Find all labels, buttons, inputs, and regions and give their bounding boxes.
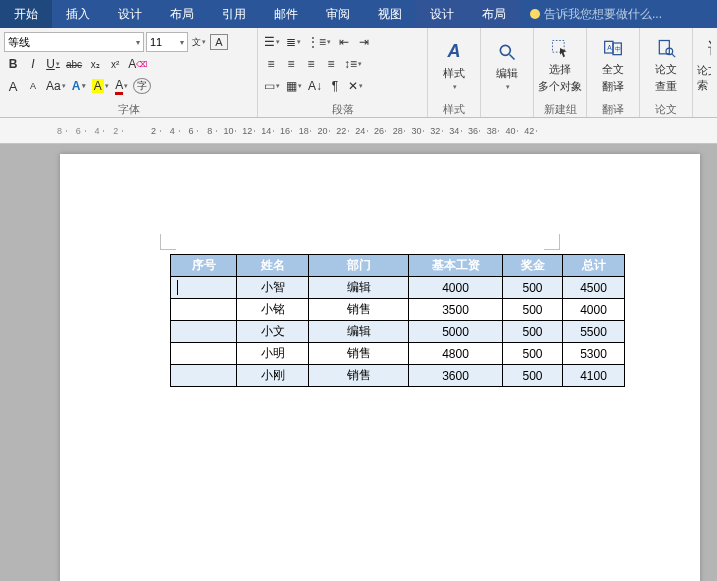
table-cell[interactable]: 4000 bbox=[563, 299, 625, 321]
enclose-char-button[interactable]: 字 bbox=[133, 78, 151, 94]
table-row[interactable]: 小刚销售36005004100 bbox=[171, 365, 625, 387]
increase-indent-button[interactable]: ⇥ bbox=[355, 32, 373, 52]
table-cell[interactable] bbox=[171, 277, 237, 299]
table-header-cell[interactable]: 基本工资 bbox=[409, 255, 503, 277]
tab-references[interactable]: 引用 bbox=[208, 0, 260, 28]
bullets-button[interactable]: ☰▾ bbox=[262, 32, 282, 52]
ruler-tick: 14 bbox=[257, 126, 276, 136]
multilevel-button[interactable]: ⋮≡▾ bbox=[305, 32, 333, 52]
table-cell[interactable]: 编辑 bbox=[309, 277, 409, 299]
align-center-button[interactable]: ≡ bbox=[282, 54, 300, 74]
table-row[interactable]: 小智编辑40005004500 bbox=[171, 277, 625, 299]
tab-context-layout[interactable]: 布局 bbox=[468, 0, 520, 28]
table-cell[interactable]: 4800 bbox=[409, 343, 503, 365]
table-header-cell[interactable]: 姓名 bbox=[237, 255, 309, 277]
tab-design[interactable]: 设计 bbox=[104, 0, 156, 28]
decrease-indent-button[interactable]: ⇤ bbox=[335, 32, 353, 52]
styles-button[interactable]: A 样式 ▾ bbox=[432, 30, 476, 100]
table-cell[interactable]: 4000 bbox=[409, 277, 503, 299]
tab-start[interactable]: 开始 bbox=[0, 0, 52, 28]
table-row[interactable]: 小铭销售35005004000 bbox=[171, 299, 625, 321]
table-cell[interactable] bbox=[171, 343, 237, 365]
tab-insert[interactable]: 插入 bbox=[52, 0, 104, 28]
borders-button[interactable]: ▦▾ bbox=[284, 76, 304, 96]
salary-table[interactable]: 序号姓名部门基本工资奖金总计 小智编辑40005004500小铭销售350050… bbox=[170, 254, 625, 387]
table-cell[interactable]: 销售 bbox=[309, 365, 409, 387]
table-cell[interactable]: 5000 bbox=[409, 321, 503, 343]
italic-button[interactable]: I bbox=[24, 54, 42, 74]
select-multi-button[interactable]: 选择 多个对象 bbox=[538, 30, 582, 100]
ruler-tick: 4 bbox=[88, 126, 107, 136]
line-spacing-button[interactable]: ↕≡▾ bbox=[342, 54, 364, 74]
align-right-button[interactable]: ≡ bbox=[302, 54, 320, 74]
tab-review[interactable]: 审阅 bbox=[312, 0, 364, 28]
underline-button[interactable]: U▾ bbox=[44, 54, 62, 74]
bold-button[interactable]: B bbox=[4, 54, 22, 74]
table-cell[interactable] bbox=[171, 299, 237, 321]
table-cell[interactable]: 5500 bbox=[563, 321, 625, 343]
char-border-button[interactable]: A bbox=[210, 34, 228, 50]
table-header-cell[interactable]: 部门 bbox=[309, 255, 409, 277]
shading-button[interactable]: ▭▾ bbox=[262, 76, 282, 96]
page[interactable]: 序号姓名部门基本工资奖金总计 小智编辑40005004500小铭销售350050… bbox=[60, 154, 700, 581]
full-translate-group-label: 翻译 bbox=[591, 101, 635, 117]
table-cell[interactable]: 销售 bbox=[309, 299, 409, 321]
table-cell[interactable]: 小铭 bbox=[237, 299, 309, 321]
tab-context-design[interactable]: 设计 bbox=[416, 0, 468, 28]
table-row[interactable]: 小文编辑50005005500 bbox=[171, 321, 625, 343]
table-cell[interactable]: 4500 bbox=[563, 277, 625, 299]
strikethrough-button[interactable]: abc bbox=[64, 54, 84, 74]
sort-button[interactable]: A↓ bbox=[306, 76, 324, 96]
font-size-combo[interactable]: 11▾ bbox=[146, 32, 188, 52]
table-cell[interactable]: 小文 bbox=[237, 321, 309, 343]
clear-formatting-button[interactable]: A⌫ bbox=[126, 54, 149, 74]
table-header-cell[interactable]: 总计 bbox=[563, 255, 625, 277]
justify-button[interactable]: ≡ bbox=[322, 54, 340, 74]
align-left-button[interactable]: ≡ bbox=[262, 54, 280, 74]
highlight-button[interactable]: A▾ bbox=[90, 76, 111, 96]
table-cell[interactable] bbox=[171, 365, 237, 387]
shrink-font-button[interactable]: A bbox=[24, 76, 42, 96]
tell-me-box[interactable]: 告诉我您想要做什么... bbox=[520, 6, 717, 23]
table-cell[interactable]: 3500 bbox=[409, 299, 503, 321]
ruler-tick: 20 bbox=[313, 126, 332, 136]
show-marks-button[interactable]: ¶ bbox=[326, 76, 344, 96]
text-effects-button[interactable]: A▾ bbox=[70, 76, 88, 96]
horizontal-ruler[interactable]: 8642246810121416182022242628303234363840… bbox=[0, 118, 717, 144]
table-cell[interactable]: 500 bbox=[503, 365, 563, 387]
superscript-button[interactable]: x² bbox=[106, 54, 124, 74]
paper-dup-button[interactable]: 论文 查重 bbox=[644, 30, 688, 100]
table-cell[interactable] bbox=[171, 321, 237, 343]
editing-button[interactable]: 编辑 ▾ bbox=[485, 30, 529, 100]
table-cell[interactable]: 500 bbox=[503, 321, 563, 343]
asian-layout-button[interactable]: ✕▾ bbox=[346, 76, 365, 96]
table-cell[interactable]: 4100 bbox=[563, 365, 625, 387]
tab-view[interactable]: 视图 bbox=[364, 0, 416, 28]
table-cell[interactable]: 小明 bbox=[237, 343, 309, 365]
paper-search-button[interactable]: 论 论文检索 bbox=[697, 30, 711, 100]
table-cell[interactable]: 销售 bbox=[309, 343, 409, 365]
ruler-tick: 40 bbox=[501, 126, 520, 136]
table-cell[interactable]: 500 bbox=[503, 299, 563, 321]
full-translate-button[interactable]: A中 全文 翻译 bbox=[591, 30, 635, 100]
phonetic-guide-button[interactable]: 文▾ bbox=[190, 32, 208, 52]
table-cell[interactable]: 小智 bbox=[237, 277, 309, 299]
table-cell[interactable]: 小刚 bbox=[237, 365, 309, 387]
table-cell[interactable]: 500 bbox=[503, 343, 563, 365]
change-case-button[interactable]: Aa▾ bbox=[44, 76, 68, 96]
numbering-button[interactable]: ≣▾ bbox=[284, 32, 303, 52]
subscript-button[interactable]: x₂ bbox=[86, 54, 104, 74]
table-header-cell[interactable]: 序号 bbox=[171, 255, 237, 277]
tab-layout[interactable]: 布局 bbox=[156, 0, 208, 28]
table-row[interactable]: 小明销售48005005300 bbox=[171, 343, 625, 365]
table-cell[interactable]: 500 bbox=[503, 277, 563, 299]
table-header-cell[interactable]: 奖金 bbox=[503, 255, 563, 277]
table-cell[interactable]: 编辑 bbox=[309, 321, 409, 343]
tab-mail[interactable]: 邮件 bbox=[260, 0, 312, 28]
table-cell[interactable]: 3600 bbox=[409, 365, 503, 387]
font-name-combo[interactable]: 等线▾ bbox=[4, 32, 144, 52]
grow-font-button[interactable]: A bbox=[4, 76, 22, 96]
font-color-button[interactable]: A▾ bbox=[113, 76, 131, 96]
ruler-tick: 42 bbox=[520, 126, 539, 136]
table-cell[interactable]: 5300 bbox=[563, 343, 625, 365]
